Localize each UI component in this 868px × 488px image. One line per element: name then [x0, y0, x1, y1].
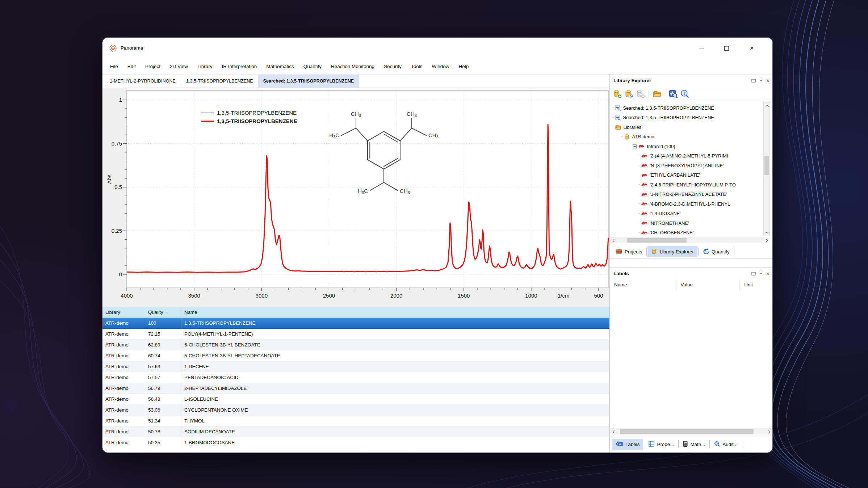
app-window: Panorama × FileEditProject2D ViewLibrary…	[102, 38, 772, 453]
spectrum-chart[interactable]: 00.250.50.751400035003000250020001500100…	[102, 88, 609, 307]
result-row[interactable]: ATR-demo56.792-HEPTADECYLIMIDAZOLE	[102, 383, 609, 394]
result-row[interactable]: ATR-demo60.745-CHOLESTEN-3B-YL HEPTADECA…	[102, 350, 609, 361]
panel-tab-quantify[interactable]: Quantify	[699, 246, 733, 257]
scroll-right-icon[interactable]	[764, 237, 769, 244]
menu-quantify[interactable]: Quantify	[299, 59, 326, 74]
panel-tab-audit-[interactable]: Audit...	[710, 439, 741, 450]
tree-item[interactable]: ┄'4-BROMO-2,3-DIMETHYL-1-PHENYL	[610, 199, 763, 209]
result-row[interactable]: ATR-demo72.15POLY(4-METHYL-1-PENTENE)	[102, 329, 609, 340]
menu-mathematics[interactable]: Mathematics	[261, 59, 299, 74]
document-tab-active[interactable]: Searched: 1,3,5-TRIISOPROPYLBENZENE	[258, 75, 359, 88]
open-folder-icon[interactable]	[652, 89, 662, 99]
result-row[interactable]: ATR-demo50.78SODIUM DECANOATE	[102, 426, 609, 437]
pin-pane-icon[interactable]	[759, 77, 763, 84]
svg-text:2000: 2000	[390, 293, 402, 299]
add-library-icon[interactable]	[613, 89, 622, 99]
result-row[interactable]: ATR-demo57.57PENTADECANOIC ACID	[102, 372, 609, 383]
menu-project[interactable]: Project	[141, 59, 165, 74]
document-tab[interactable]: 1,3,5-TRIISOPROPYLBENZENE	[181, 75, 258, 88]
scroll-up-icon[interactable]	[764, 103, 770, 108]
close-pane-icon[interactable]: ×	[766, 270, 770, 277]
scroll-thumb[interactable]	[764, 156, 769, 175]
panel-tab-projects[interactable]: Projects	[612, 246, 646, 257]
result-row-selected[interactable]: ATR-demo1001,3,5-TRIISOPROPYLBENZENE	[102, 318, 609, 329]
sort-indicator-icon: ▿	[166, 310, 168, 315]
tree-item[interactable]: ┄Searched: 1,3,5-TRIISOPROPYLBENZENE	[610, 113, 763, 123]
results-column-header[interactable]: Name	[181, 307, 609, 318]
tree-item[interactable]: ┄'2,4,6-TRIPHENYLTHIOPYRYLIUM P-TO	[610, 180, 763, 190]
document-tab[interactable]: 1-METHYL-2-PYRROLIDINONE	[105, 75, 181, 88]
svg-text:3500: 3500	[188, 293, 200, 299]
result-cell: PENTADECANOIC ACID	[181, 372, 609, 383]
close-pane-icon[interactable]: ×	[766, 77, 770, 84]
tab-divider	[678, 440, 679, 448]
result-cell: ATR-demo	[102, 340, 145, 350]
remove-library-icon[interactable]	[636, 89, 645, 99]
menu-edit[interactable]: Edit	[123, 59, 141, 74]
quantify-icon	[703, 248, 709, 255]
menu-window[interactable]: Window	[427, 59, 454, 74]
result-row[interactable]: ATR-demo50.351-BROMODOCOSANE	[102, 437, 609, 448]
scroll-down-icon[interactable]	[764, 230, 770, 235]
menu-2d-view[interactable]: 2D View	[165, 59, 193, 74]
menu-reaction-monitoring[interactable]: Reaction Monitoring	[326, 59, 379, 74]
scroll-left-icon[interactable]	[611, 428, 616, 435]
labels-column-value[interactable]: Value	[676, 279, 740, 290]
maximize-button[interactable]	[718, 43, 735, 54]
collapse-icon[interactable]	[633, 144, 637, 148]
scroll-right-icon[interactable]	[767, 428, 772, 435]
tree-item[interactable]: ┄'N-(3-PHENOXYPROPYL)ANILINE'	[610, 161, 763, 171]
tree-item[interactable]: ┄'NITROMETHANE'	[610, 218, 763, 228]
close-button[interactable]: ×	[743, 43, 760, 54]
scroll-left-icon[interactable]	[611, 237, 616, 244]
tree-item[interactable]: ┄'1-NITRO-2-PHENAZINYL ACETATE'	[610, 190, 763, 199]
tree-horizontal-scrollbar[interactable]	[610, 237, 770, 243]
menu-file[interactable]: File	[105, 59, 123, 74]
tree-vertical-scrollbar[interactable]	[763, 102, 770, 236]
svg-text:0.5: 0.5	[114, 184, 122, 190]
result-cell: 2-HEPTADECYLIMIDAZOLE	[181, 383, 609, 394]
panel-tab-labels[interactable]: Labels	[612, 439, 643, 450]
spectrum-search-icon[interactable]	[668, 89, 678, 99]
menu-help[interactable]: Help	[454, 59, 473, 74]
tree-item[interactable]: ┄Searched: 1,3,5-TRIISOPROPYLBENZENE	[610, 103, 763, 113]
float-pane-icon[interactable]	[751, 270, 756, 277]
result-cell: ATR-demo	[102, 372, 145, 383]
float-pane-icon[interactable]	[751, 77, 756, 84]
labels-horizontal-scrollbar[interactable]	[610, 428, 772, 434]
refresh-library-icon[interactable]	[624, 89, 634, 99]
panel-tab-prope-[interactable]: Prope...	[645, 439, 678, 450]
scroll-thumb[interactable]	[620, 429, 754, 434]
folder-icon	[615, 125, 621, 130]
text-search-icon[interactable]: T	[680, 89, 689, 99]
result-cell: 1-DECENE	[181, 361, 609, 372]
tree-item[interactable]: ┄'1,4-DIOXANE'	[610, 209, 763, 219]
tree-item[interactable]: ┄ATR-demo	[610, 132, 763, 142]
labels-column-unit[interactable]: Unit	[740, 279, 772, 290]
pin-pane-icon[interactable]	[759, 270, 763, 277]
result-row[interactable]: ATR-demo51.34THYMOL	[102, 416, 609, 426]
result-cell: 56.48	[145, 394, 181, 405]
scroll-thumb[interactable]	[627, 238, 687, 243]
result-row[interactable]: ATR-demo62.895-CHOLESTEN-3B-YL BENZOATE	[102, 340, 609, 350]
tree-item[interactable]: ┄'2-(4-(4-AMINO-2-METHYL-5-PYRIMI	[610, 151, 763, 161]
tree-item[interactable]: ┄Libraries	[610, 122, 763, 132]
result-row[interactable]: ATR-demo56.48L-ISOLEUCINE	[102, 394, 609, 405]
menu-ir-interpretation[interactable]: IR Interpretation	[217, 59, 261, 74]
desktop-background: Panorama × FileEditProject2D ViewLibrary…	[0, 0, 868, 488]
results-column-header[interactable]: Library	[102, 307, 145, 318]
menu-tools[interactable]: Tools	[406, 59, 427, 74]
minimize-button[interactable]	[693, 43, 709, 54]
tree-item[interactable]: ┄Infrared (100)	[610, 142, 763, 151]
panel-tab-math-[interactable]: Math...	[679, 439, 709, 450]
tree-item[interactable]: ┄'CHLOROBENZENE'	[610, 228, 763, 236]
panel-tab-library-explorer[interactable]: Library Explorer	[647, 246, 697, 257]
menu-security[interactable]: Security	[379, 59, 406, 74]
menu-library[interactable]: Library	[193, 59, 217, 74]
result-row[interactable]: ATR-demo53.06CYCLOPENTANONE OXIME	[102, 405, 609, 416]
result-row[interactable]: ATR-demo57.631-DECENE	[102, 361, 609, 372]
results-column-header[interactable]: Quality▿	[145, 307, 181, 318]
tree-item[interactable]: ┄'ETHYL CARBANILATE'	[610, 171, 763, 180]
labels-column-name[interactable]: Name	[610, 279, 676, 290]
tree-item-label: ATR-demo	[632, 134, 654, 139]
